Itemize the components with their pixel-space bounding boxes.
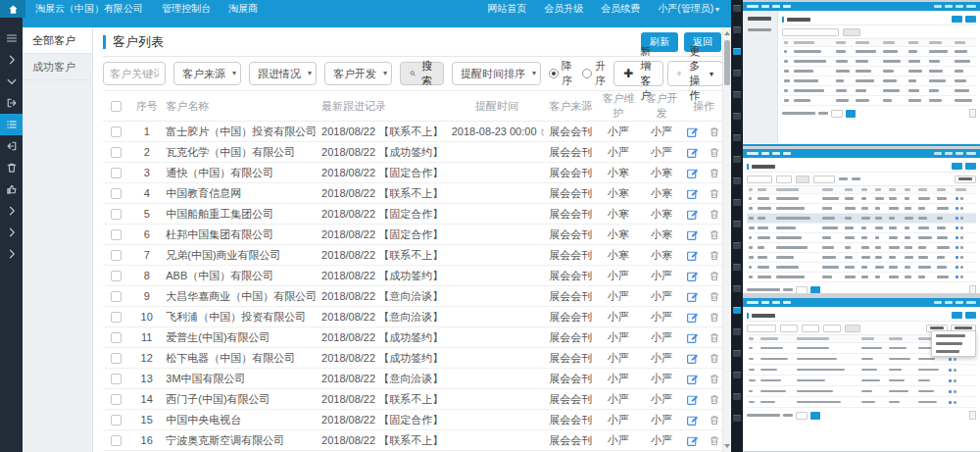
trash-icon[interactable] bbox=[709, 208, 720, 221]
preview-window-1[interactable] bbox=[743, 2, 980, 146]
remind-sort-select[interactable]: 提醒时间排序▾ bbox=[452, 62, 541, 85]
rail-sign-in-button[interactable] bbox=[0, 92, 23, 114]
nav-member-renew[interactable]: 会员续费 bbox=[592, 2, 649, 16]
nav-console[interactable]: 管理控制台 bbox=[153, 2, 220, 16]
trash-icon[interactable] bbox=[709, 187, 720, 200]
table-row[interactable]: 5 中国船舶重工集团公司 2018/08/22 【固定合作】 展会会刊 小寒 小… bbox=[103, 204, 723, 225]
table-row[interactable]: 6 杜邦中国集团有限公司 2018/08/22 【固定合作】 展会会刊 小寒 小… bbox=[103, 225, 723, 245]
taskbar-window-icon[interactable] bbox=[733, 48, 741, 55]
row-checkbox[interactable] bbox=[111, 229, 122, 240]
row-checkbox[interactable] bbox=[111, 394, 122, 405]
row-checkbox[interactable] bbox=[111, 147, 122, 158]
row-checkbox[interactable] bbox=[111, 271, 122, 281]
taskbar-window-icon[interactable] bbox=[733, 415, 741, 422]
nav-site-home[interactable]: 网站首页 bbox=[478, 2, 535, 16]
table-row[interactable]: 7 兄弟(中国)商业有限公司 2018/08/22 【联系不上】 展会会刊 小寒… bbox=[103, 245, 723, 266]
edit-icon[interactable] bbox=[686, 228, 699, 241]
taskbar-window-icon[interactable] bbox=[733, 242, 741, 249]
nav-member-upgrade[interactable]: 会员升级 bbox=[535, 2, 592, 16]
rail-menu-button[interactable] bbox=[0, 27, 23, 49]
scroll-down-arrow-icon[interactable] bbox=[724, 444, 730, 448]
row-checkbox[interactable] bbox=[111, 250, 122, 261]
taskbar-window-icon[interactable] bbox=[733, 372, 741, 378]
trash-icon[interactable] bbox=[709, 352, 720, 365]
taskbar-window-icon[interactable] bbox=[733, 264, 741, 271]
taskbar-window-icon[interactable] bbox=[733, 134, 741, 141]
taskbar-window-icon[interactable] bbox=[733, 350, 741, 357]
trash-icon[interactable] bbox=[709, 228, 720, 241]
taskbar-window-icon[interactable] bbox=[733, 70, 741, 76]
taskbar-window-icon[interactable] bbox=[733, 221, 741, 227]
rail-chevron-down-button[interactable] bbox=[0, 71, 23, 92]
edit-icon[interactable] bbox=[686, 146, 699, 159]
preview-window-2[interactable] bbox=[743, 149, 980, 293]
table-row[interactable]: 3 通快（中国）有限公司 2018/08/22 【固定合作】 展会会刊 小寒 小… bbox=[103, 163, 723, 183]
edit-icon[interactable] bbox=[686, 352, 699, 365]
row-checkbox[interactable] bbox=[111, 291, 122, 302]
row-checkbox[interactable] bbox=[111, 435, 122, 446]
sidebar-item-success-customers[interactable]: 成功客户 bbox=[23, 54, 92, 80]
table-row[interactable]: 11 爱普生(中国)有限公司 2018/08/22 【成功签约】 展会会刊 小严… bbox=[103, 327, 723, 348]
edit-icon[interactable] bbox=[686, 270, 699, 282]
edit-icon[interactable] bbox=[686, 434, 699, 447]
developer-select[interactable]: 客户开发▾ bbox=[324, 62, 392, 85]
rail-chevron-right-button[interactable] bbox=[0, 222, 23, 243]
table-row[interactable]: 13 3M中国有限公司 2018/08/22 【意向洽谈】 展会会刊 小严 小严 bbox=[103, 369, 723, 389]
taskbar-window-icon[interactable] bbox=[733, 26, 741, 33]
scroll-up-arrow-icon[interactable] bbox=[724, 31, 730, 35]
rail-chevron-right-button[interactable] bbox=[0, 200, 23, 222]
more-actions-button[interactable]: 更多操作▾ bbox=[667, 61, 723, 86]
rail-list-button[interactable] bbox=[0, 114, 23, 135]
row-checkbox[interactable] bbox=[111, 312, 122, 323]
sort-asc-radio[interactable]: 升序 bbox=[582, 59, 606, 88]
rail-chevron-right-button[interactable] bbox=[0, 49, 23, 71]
taskbar-window-icon[interactable] bbox=[733, 156, 741, 163]
edit-icon[interactable] bbox=[686, 249, 699, 262]
trash-icon[interactable] bbox=[709, 167, 720, 179]
rail-chevron-right-button[interactable] bbox=[0, 243, 23, 265]
taskbar-window-icon[interactable] bbox=[733, 393, 741, 400]
trash-icon[interactable] bbox=[709, 393, 720, 406]
rail-thumbs-up-button[interactable] bbox=[0, 178, 23, 200]
taskbar-window-icon[interactable] bbox=[733, 285, 741, 292]
edit-icon[interactable] bbox=[686, 167, 699, 179]
edit-icon[interactable] bbox=[686, 414, 699, 427]
table-row[interactable]: 15 中国中央电视台 2018/08/22 【固定合作】 展会会刊 小严 小严 bbox=[103, 410, 723, 430]
row-checkbox[interactable] bbox=[111, 126, 122, 137]
table-row[interactable]: 8 ABB（中国）有限公司 2018/08/22 【成功签约】 展会会刊 小严 … bbox=[103, 266, 723, 286]
taskbar-window-icon[interactable] bbox=[733, 199, 741, 206]
rail-trash-button[interactable] bbox=[0, 157, 23, 178]
table-row[interactable]: 14 西门子(中国)有限公司 2018/08/22 【联系不上】 展会会刊 小严… bbox=[103, 389, 723, 410]
edit-icon[interactable] bbox=[686, 373, 699, 385]
sidebar-item-all-customers[interactable]: 全部客户 bbox=[23, 27, 92, 54]
row-checkbox[interactable] bbox=[111, 188, 122, 199]
row-checkbox[interactable] bbox=[111, 209, 122, 220]
user-menu[interactable]: 小严(管理员)▾ bbox=[649, 2, 731, 16]
trash-icon[interactable] bbox=[709, 373, 720, 385]
followup-select[interactable]: 跟进情况▾ bbox=[249, 62, 317, 85]
table-row[interactable]: 12 松下电器（中国）有限公司 2018/08/22 【成功签约】 展会会刊 小… bbox=[103, 348, 723, 369]
row-checkbox[interactable] bbox=[111, 374, 122, 384]
row-checkbox[interactable] bbox=[111, 332, 122, 343]
edit-icon[interactable] bbox=[686, 290, 699, 303]
company-brand[interactable]: 淘展云（中国）有限公司 bbox=[25, 2, 153, 16]
add-customer-button[interactable]: ✚新增客户 bbox=[613, 61, 663, 86]
select-all-checkbox[interactable] bbox=[111, 101, 122, 112]
trash-icon[interactable] bbox=[709, 434, 720, 447]
sort-desc-radio[interactable]: 降序 bbox=[549, 59, 572, 88]
trash-icon[interactable] bbox=[709, 126, 720, 138]
preview-window-3[interactable] bbox=[743, 298, 980, 451]
trash-icon[interactable] bbox=[709, 311, 720, 324]
home-button[interactable] bbox=[0, 0, 25, 18]
source-select[interactable]: 客户来源▾ bbox=[173, 62, 241, 85]
trash-icon[interactable] bbox=[709, 331, 720, 344]
main-scrollbar[interactable] bbox=[722, 27, 731, 452]
trash-icon[interactable] bbox=[709, 249, 720, 262]
table-row[interactable]: 1 富士胶片（中国）投资有限公司 2018/08/22 【联系不上】 2018-… bbox=[103, 122, 723, 142]
trash-icon[interactable] bbox=[709, 290, 720, 303]
keyword-input[interactable] bbox=[103, 62, 166, 85]
row-checkbox[interactable] bbox=[111, 168, 122, 178]
table-row[interactable]: 4 中国教育信息网 2018/08/22 【联系不上】 展会会刊 小寒 小寒 bbox=[103, 183, 723, 204]
table-row[interactable]: 2 瓦克化学（中国）有限公司 2018/08/22 【成功签约】 展会会刊 小严… bbox=[103, 142, 723, 163]
scrollbar-thumb[interactable] bbox=[724, 40, 730, 85]
